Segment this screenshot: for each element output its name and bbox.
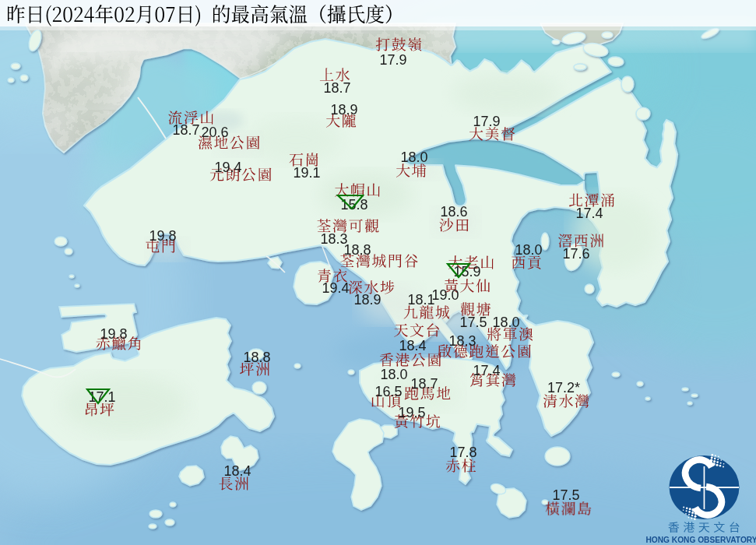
svg-text:19.4: 19.4: [322, 280, 349, 296]
svg-text:18.7: 18.7: [410, 376, 438, 392]
svg-text:19.1: 19.1: [293, 165, 320, 181]
svg-text:18.0: 18.0: [515, 242, 542, 258]
svg-text:18.7: 18.7: [172, 122, 199, 138]
svg-text:17.5: 17.5: [459, 315, 487, 330]
svg-text:17.9: 17.9: [379, 52, 406, 68]
svg-text:18.7: 18.7: [323, 80, 350, 96]
svg-text:18.0: 18.0: [492, 315, 519, 330]
svg-text:17.6: 17.6: [562, 246, 589, 262]
svg-text:19.8: 19.8: [149, 228, 176, 244]
svg-text:18.4: 18.4: [399, 338, 426, 353]
svg-text:19.5: 19.5: [398, 405, 425, 420]
svg-text:16.5: 16.5: [374, 384, 402, 399]
svg-text:18.9: 18.9: [330, 102, 357, 118]
svg-text:18.4: 18.4: [223, 463, 251, 479]
svg-text:18.9: 18.9: [353, 292, 381, 308]
svg-text:18.0: 18.0: [380, 367, 407, 382]
svg-text:17.2*: 17.2*: [547, 380, 580, 396]
svg-text:17.4: 17.4: [575, 206, 603, 221]
svg-text:18.1: 18.1: [407, 292, 434, 308]
svg-text:17.5: 17.5: [552, 487, 579, 503]
svg-text:18.8: 18.8: [243, 350, 270, 365]
svg-text:18.3: 18.3: [448, 333, 476, 349]
svg-text:19.4: 19.4: [214, 160, 241, 175]
svg-text:18.0: 18.0: [400, 149, 427, 165]
svg-text:17.4: 17.4: [473, 363, 500, 378]
svg-text:18.6: 18.6: [440, 204, 467, 220]
svg-text:HONG KONG OBSERVATORY: HONG KONG OBSERVATORY: [645, 536, 756, 544]
svg-text:17.9: 17.9: [473, 114, 500, 129]
svg-text:17.8: 17.8: [449, 445, 476, 460]
svg-text:19.8: 19.8: [100, 326, 127, 342]
svg-text:18.8: 18.8: [343, 242, 371, 258]
svg-text:20.6: 20.6: [201, 125, 228, 140]
svg-text:19.0: 19.0: [431, 287, 459, 303]
